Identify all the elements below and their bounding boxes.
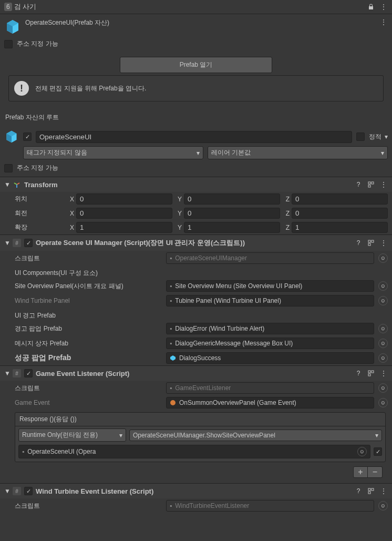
wtel-foldout[interactable]: ▼ xyxy=(4,487,9,495)
component-menu-icon[interactable]: ⋮ xyxy=(379,487,388,495)
scale-y-input[interactable] xyxy=(184,222,280,233)
gameobject-active-checkbox[interactable] xyxy=(23,132,32,141)
info-message: 전체 편집 지원을 위해 Prefab을 엽니다. xyxy=(35,84,146,93)
event-target-field[interactable]: ▪OperateSceneUI (Opera ⊙ xyxy=(18,445,370,458)
kebab-menu-icon[interactable]: ⋮ xyxy=(379,3,388,11)
alert-popup-label: 경고 팝업 Prefab xyxy=(15,324,162,333)
site-overview-label: Site Overview Panel(사이트 개요 패널) xyxy=(15,282,162,291)
info-icon: ! xyxy=(14,81,29,96)
inspector-title: 검 사기 xyxy=(14,2,368,12)
remove-event-button[interactable]: − xyxy=(368,466,383,478)
help-icon[interactable]: ? xyxy=(354,180,363,189)
script-label: 스크립트 xyxy=(15,254,162,263)
site-overview-field[interactable]: ▪Site Overview Menu (Site Overview UI Pa… xyxy=(166,280,374,292)
success-popup-field[interactable]: DialogSuccess xyxy=(166,352,374,364)
prefab-menu-icon[interactable]: ⋮ xyxy=(379,18,388,26)
game-event-label: Game Event xyxy=(15,399,162,406)
ui-alert-heading: UI 경고 Prefab xyxy=(0,308,392,321)
component-menu-icon[interactable]: ⋮ xyxy=(379,180,388,189)
gel-title: Game Event Listener (Script) xyxy=(36,370,351,377)
preset-icon[interactable] xyxy=(367,487,375,495)
component-menu-icon[interactable]: ⋮ xyxy=(379,369,388,377)
svg-rect-12 xyxy=(368,492,370,494)
gel-script-field: ▪GameEventListener xyxy=(166,382,374,394)
object-picker-icon[interactable]: ⊙ xyxy=(378,253,388,263)
operate-enable-checkbox[interactable] xyxy=(24,239,33,247)
scriptable-object-icon xyxy=(170,400,176,406)
wind-turbine-field[interactable]: ▪Tubine Panel (Wind Turbine UI Panel) xyxy=(166,295,374,307)
method-dropdown[interactable]: OperateSceneUIManager.ShowSiteOverviewPa… xyxy=(129,430,382,441)
help-icon[interactable]: ? xyxy=(354,487,363,495)
prefab-cube-icon xyxy=(4,18,21,35)
ui-components-heading: UI Components(UI 구성 요소) xyxy=(0,266,392,279)
success-popup-label: 성공 팝업 Prefab xyxy=(15,353,162,363)
object-picker-icon[interactable]: ⊙ xyxy=(378,501,388,511)
svg-rect-5 xyxy=(368,243,370,246)
help-icon[interactable]: ? xyxy=(354,369,363,377)
static-checkbox[interactable] xyxy=(356,132,365,141)
root-addressable-label: 주소 지정 가능 xyxy=(17,164,58,172)
svg-rect-3 xyxy=(368,240,370,242)
object-picker-icon[interactable]: ⊙ xyxy=(378,383,388,393)
prefab-root-label: Prefab 자산의 루트 xyxy=(0,108,392,127)
gameobject-name-input[interactable] xyxy=(36,131,352,143)
event-arg-checkbox[interactable] xyxy=(374,447,382,456)
svg-rect-4 xyxy=(372,240,374,242)
svg-rect-1 xyxy=(372,182,374,184)
gel-script-label: 스크립트 xyxy=(15,384,162,393)
svg-rect-7 xyxy=(372,371,374,373)
z-label: Z xyxy=(282,196,290,203)
object-picker-icon[interactable]: ⊙ xyxy=(378,281,388,291)
rotation-y-input[interactable] xyxy=(184,208,280,219)
preset-icon[interactable] xyxy=(367,239,375,247)
wtel-enable-checkbox[interactable] xyxy=(24,487,33,495)
preset-icon[interactable] xyxy=(367,180,375,189)
operate-foldout[interactable]: ▼ xyxy=(4,239,9,247)
script-icon: # xyxy=(13,239,21,247)
scale-x-input[interactable] xyxy=(76,222,172,233)
object-picker-icon[interactable]: ⊙ xyxy=(378,324,388,333)
scale-label: 확장 xyxy=(15,223,63,232)
gel-enable-checkbox[interactable] xyxy=(24,369,33,377)
help-icon[interactable]: ? xyxy=(354,239,363,247)
scale-z-input[interactable] xyxy=(292,222,388,233)
static-dropdown[interactable]: 정적 xyxy=(369,132,388,141)
position-z-input[interactable] xyxy=(292,193,388,205)
svg-rect-10 xyxy=(368,488,370,491)
object-picker-icon[interactable]: ⊙ xyxy=(378,339,388,348)
preset-icon[interactable] xyxy=(367,369,375,377)
component-menu-icon[interactable]: ⋮ xyxy=(379,239,388,247)
game-event-field[interactable]: OnSummonOverviewPanel (Game Event) xyxy=(166,397,374,409)
wtel-script-label: 스크립트 xyxy=(15,502,162,511)
alert-popup-field[interactable]: ▪DialogError (Wind Turbine Alert) xyxy=(166,323,374,334)
object-picker-icon[interactable]: ⊙ xyxy=(378,296,388,305)
svg-rect-8 xyxy=(368,374,370,376)
tag-dropdown[interactable]: 태그가 지정되지 않음▾ xyxy=(23,146,203,159)
position-label: 위치 xyxy=(15,195,63,203)
object-picker-icon[interactable]: ⊙ xyxy=(378,398,388,407)
rotation-x-input[interactable] xyxy=(76,208,172,219)
message-box-field[interactable]: ▪DialogGenericMessage (Message Box UI) xyxy=(166,338,374,349)
add-event-button[interactable]: + xyxy=(353,466,368,478)
svg-point-9 xyxy=(170,400,176,405)
root-addressable-checkbox[interactable] xyxy=(4,164,13,172)
script-field: ▪ OperateSceneUIManager xyxy=(166,252,374,264)
runtime-dropdown[interactable]: Runtime Only(런타임 전용)▾ xyxy=(18,428,126,442)
open-prefab-button[interactable]: Prefab 열기 xyxy=(120,57,272,73)
layer-dropdown[interactable]: 레이어 기본값▾ xyxy=(208,146,388,159)
addressable-checkbox[interactable] xyxy=(4,40,13,48)
rotation-z-input[interactable] xyxy=(292,208,388,219)
lock-icon[interactable] xyxy=(368,4,376,10)
transform-icon xyxy=(13,180,21,189)
message-box-label: 메시지 상자 Prefab xyxy=(15,339,162,348)
layer-label: 레이어 기본값 xyxy=(211,148,251,157)
operate-title: Operate Scene UI Manager (Script)(장면 UI … xyxy=(36,238,351,248)
position-y-input[interactable] xyxy=(184,193,280,205)
object-picker-icon[interactable]: ⊙ xyxy=(357,447,367,456)
position-x-input[interactable] xyxy=(76,193,172,205)
object-picker-icon[interactable]: ⊙ xyxy=(378,353,388,363)
header-badge: 6 xyxy=(4,3,12,11)
wind-turbine-label: Wind Turbine Panel xyxy=(15,297,162,304)
transform-foldout[interactable]: ▼ xyxy=(4,181,9,188)
gel-foldout[interactable]: ▼ xyxy=(4,370,9,377)
